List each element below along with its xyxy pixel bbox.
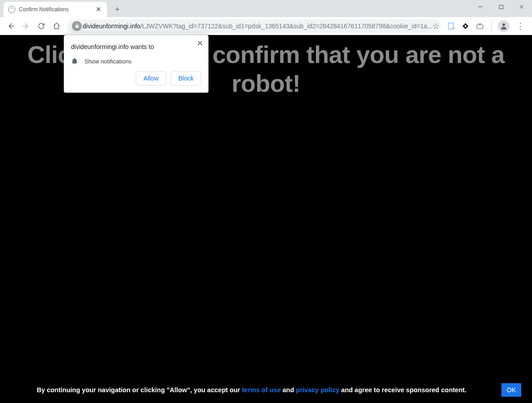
block-button[interactable]: Block xyxy=(171,71,201,85)
svg-rect-1 xyxy=(499,5,503,9)
menu-button[interactable]: ⋮ xyxy=(514,21,527,31)
svg-rect-4 xyxy=(448,23,453,29)
close-window-button[interactable] xyxy=(511,0,532,13)
svg-rect-6 xyxy=(477,25,483,29)
prompt-row-label: Show notifications xyxy=(84,58,132,65)
ok-button[interactable]: OK xyxy=(501,383,521,397)
url-domain: divideunformingi.info xyxy=(83,22,140,30)
profile-avatar[interactable] xyxy=(498,20,510,32)
consent-pre: By continuing your navigation or clickin… xyxy=(37,386,242,394)
url-path: /LJWZVWK?tag_id=737122&sub_id1=pdsk_1365… xyxy=(140,22,432,30)
svg-point-7 xyxy=(502,23,505,26)
consent-text: By continuing your navigation or clickin… xyxy=(11,385,492,394)
forward-button[interactable] xyxy=(19,19,33,33)
notification-permission-prompt: ✕ divideunformingi.info wants to Show no… xyxy=(64,35,208,93)
prompt-actions: Allow Block xyxy=(71,71,201,85)
close-prompt-button[interactable]: ✕ xyxy=(197,39,203,48)
bell-icon xyxy=(71,58,78,65)
prompt-row: Show notifications xyxy=(71,57,201,71)
separator xyxy=(491,21,492,31)
new-tab-button[interactable]: + xyxy=(111,3,124,16)
privacy-policy-link[interactable]: privacy policy xyxy=(296,386,340,394)
back-button[interactable] xyxy=(4,19,18,33)
allow-button[interactable]: Allow xyxy=(136,71,166,85)
home-button[interactable] xyxy=(49,19,64,33)
consent-mid: and xyxy=(283,386,296,394)
close-tab-button[interactable]: ✕ xyxy=(95,5,102,13)
maximize-button[interactable] xyxy=(491,0,511,13)
consent-footer: By continuing your navigation or clickin… xyxy=(0,378,532,403)
extension-note-icon[interactable] xyxy=(446,21,456,31)
consent-post: and agree to receive sponsored content. xyxy=(341,386,466,394)
prompt-title: divideunformingi.info wants to xyxy=(71,43,201,50)
browser-tab[interactable]: Confirm Notifications ✕ xyxy=(4,2,107,17)
tab-strip: Confirm Notifications ✕ + xyxy=(0,0,532,17)
extension-tv-icon[interactable] xyxy=(475,21,485,31)
address-bar[interactable]: divideunformingi.info /LJWZVWK?tag_id=73… xyxy=(67,19,441,33)
terms-of-use-link[interactable]: terms of use xyxy=(242,386,280,394)
browser-toolbar: divideunformingi.info /LJWZVWK?tag_id=73… xyxy=(0,17,532,35)
extension-icons: ⋮ xyxy=(444,20,528,32)
globe-icon xyxy=(8,6,15,13)
minimize-button[interactable] xyxy=(470,0,491,13)
svg-point-5 xyxy=(465,25,466,27)
lock-icon xyxy=(72,21,82,31)
bookmark-star-icon[interactable]: ☆ xyxy=(432,21,439,31)
reload-button[interactable] xyxy=(34,19,49,33)
tab-title: Confirm Notifications xyxy=(19,6,95,13)
extension-eye-icon[interactable] xyxy=(461,21,470,31)
window-controls xyxy=(470,0,532,13)
